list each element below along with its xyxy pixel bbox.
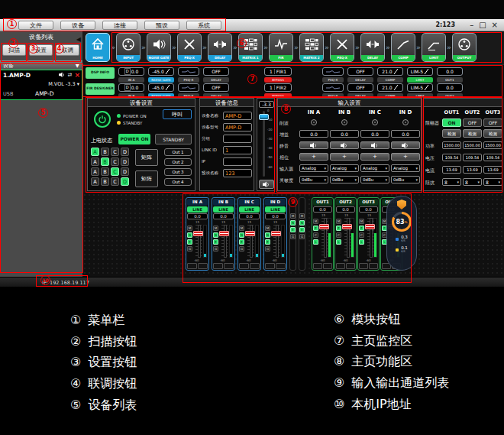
scan-button[interactable]: 扫描 — [2, 44, 26, 56]
performance-overlay[interactable]: 83% 0.3K/S 0.1K/S — [386, 196, 417, 271]
monitor-cell[interactable]: OFFDELAY — [347, 83, 373, 99]
channel-c-button[interactable]: C — [359, 232, 364, 238]
module-button-matrix-1[interactable]: MATRIX 1 — [238, 33, 263, 62]
monitor-cell[interactable]: -45.0NOISE GATE — [148, 67, 174, 83]
detect-button[interactable]: 检测 — [483, 129, 502, 138]
matrix-block[interactable]: 矩阵 — [135, 170, 158, 187]
fader-handle[interactable] — [365, 224, 375, 229]
channel-gain-value[interactable]: 0.0 — [187, 213, 208, 219]
channel-g-button[interactable]: G — [187, 246, 192, 252]
input-select[interactable]: Analog▾ — [299, 164, 328, 172]
channel-l-button[interactable]: L — [336, 239, 341, 245]
module-button-delay[interactable]: DELAY — [208, 33, 232, 62]
sync-icon[interactable]: ⇄ — [68, 72, 73, 78]
bus-m-button[interactable]: M — [299, 213, 305, 219]
matrix-input-c[interactable]: C — [111, 148, 119, 156]
impedance-select[interactable]: 8▾ — [442, 178, 461, 186]
module-button-home[interactable]: HOME — [86, 33, 110, 62]
channel-footer-cell[interactable] — [276, 263, 286, 269]
module-button-noise-gate[interactable]: NOISE GATE — [147, 33, 171, 62]
matrix-input-a[interactable]: A — [91, 167, 99, 176]
line-button[interactable]: LINE — [187, 206, 208, 213]
fader-handle[interactable] — [219, 231, 229, 236]
channel-footer-cell[interactable] — [369, 263, 378, 269]
channel-n-button[interactable]: N — [239, 232, 244, 238]
channel-strip-out2[interactable]: OUT20.0MECL15-60 — [334, 197, 357, 271]
master-volume-readout[interactable]: M.VOL -3.3 ▾ — [48, 81, 79, 87]
channel-footer-cell[interactable] — [239, 263, 249, 269]
gain-value[interactable]: 0.0 — [391, 130, 420, 138]
channel-c-button[interactable]: C — [313, 232, 318, 238]
matrix-input-b[interactable]: B — [101, 157, 109, 166]
monitor-cell[interactable]: OFFDELAY — [203, 83, 229, 99]
channel-e-button[interactable]: E — [359, 226, 364, 231]
channel-n-button[interactable]: N — [265, 232, 270, 238]
channel-e-button[interactable]: E — [336, 226, 341, 231]
device-info-value[interactable]: AMP-D — [223, 123, 252, 131]
fir-designer-button[interactable]: FIR DESIGNER — [86, 83, 115, 95]
input-select[interactable]: 0dBu▾ — [299, 176, 328, 183]
fader-track[interactable] — [221, 225, 228, 258]
detect-button[interactable]: 检测 — [463, 129, 482, 138]
channel-c-button[interactable]: C — [336, 232, 341, 238]
channel-gain-value[interactable]: 0.0 — [239, 213, 260, 219]
channel-m-button[interactable]: M — [265, 226, 270, 231]
channel-gain-value[interactable]: 0.0 — [213, 213, 234, 219]
channel-m-button[interactable]: M — [359, 219, 364, 224]
monitor-cell[interactable]: -45.0NOISE GATE — [148, 83, 174, 99]
channel-l-button[interactable]: L — [313, 239, 318, 245]
fader-track[interactable] — [273, 225, 279, 258]
line-button[interactable]: LINE — [239, 206, 260, 213]
mute-button[interactable] — [299, 141, 328, 149]
phase-button[interactable]: + — [330, 153, 359, 161]
monitor-cell[interactable]: 0.0OUT2 — [437, 83, 463, 99]
channel-n-button[interactable]: N — [213, 232, 218, 238]
mute-button[interactable] — [391, 141, 420, 149]
module-button-limit[interactable]: LIMIT — [422, 33, 446, 62]
channel-footer-cell[interactable] — [198, 263, 208, 269]
monitor-cell[interactable]: LIM-5LIMIT — [407, 83, 433, 99]
matrix-input-d[interactable]: D — [121, 148, 129, 156]
mute-button[interactable] — [330, 141, 359, 149]
fader-handle[interactable] — [319, 224, 329, 229]
input-select[interactable]: Analog▾ — [391, 164, 420, 172]
link-debug-button[interactable]: 联调 — [56, 44, 79, 56]
channel-gain-value[interactable]: 0.0 — [265, 213, 286, 219]
limiter-toggle[interactable]: OFF — [483, 118, 502, 127]
monitor-cell[interactable]: D0.0IN B — [118, 83, 144, 99]
power-on-button[interactable]: POWER ON — [118, 134, 150, 144]
fader-track[interactable] — [247, 225, 254, 258]
line-button[interactable]: LINE — [213, 206, 234, 213]
channel-footer-cell[interactable] — [346, 263, 355, 269]
bus-e-button[interactable]: E — [290, 227, 296, 232]
bus-e-button[interactable]: E — [299, 227, 305, 232]
impedance-select[interactable]: 8▾ — [463, 178, 482, 186]
channel-l-button[interactable]: L — [359, 239, 364, 245]
module-button-peq-x[interactable]: PEQ-X — [177, 33, 202, 62]
call-button[interactable]: 呼叫 — [163, 109, 192, 119]
channel-footer-cell[interactable] — [359, 263, 368, 269]
matrix-input-b[interactable]: B — [101, 148, 109, 156]
matrix-input-c[interactable]: C — [111, 167, 119, 176]
channel-e-button[interactable]: E — [187, 239, 192, 245]
fader-handle[interactable] — [271, 231, 281, 236]
detect-button[interactable]: 检测 — [442, 129, 461, 138]
channel-strip-in-d[interactable]: IN DLINE0.0MNEG15-60 — [263, 197, 287, 271]
standby-button[interactable]: STANDBY — [155, 134, 192, 144]
channel-e-button[interactable]: E — [239, 239, 244, 245]
channel-n-button[interactable]: N — [187, 232, 192, 238]
master-fader-track[interactable] — [263, 111, 265, 177]
device-info-value[interactable]: AMP-D — [223, 112, 252, 120]
monitor-cell[interactable]: LIM-5LIMIT — [407, 67, 433, 83]
channel-m-button[interactable]: M — [313, 219, 318, 224]
matrix-block[interactable]: 矩阵 — [135, 149, 158, 166]
matrix-input-b[interactable]: B — [101, 167, 109, 176]
input-select[interactable]: 0dBu▾ — [330, 176, 359, 183]
monitor-cell[interactable]: PEQ-X — [322, 67, 344, 83]
monitor-cell[interactable]: 1FIR1BYPASS — [264, 67, 292, 83]
channel-strip-in-c[interactable]: IN CLINE0.0MNEG15-60 — [237, 197, 261, 271]
channel-strip-out3[interactable]: OUT30.0MECL15-60 — [357, 197, 380, 271]
input-select[interactable]: 0dBu▾ — [391, 176, 420, 183]
channel-footer-cell[interactable] — [265, 263, 275, 269]
channel-g-button[interactable]: G — [265, 246, 270, 252]
